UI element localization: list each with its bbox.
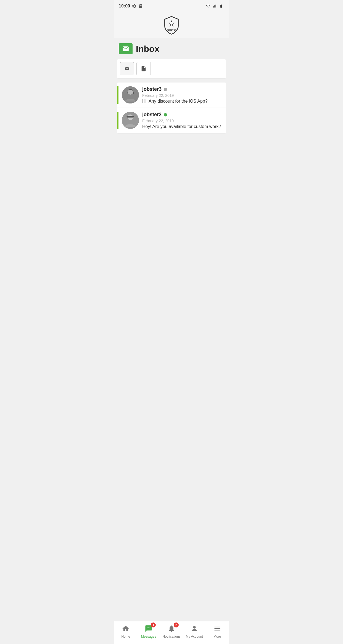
main-content: Inbox bbox=[114, 38, 229, 155]
message-header: jobster3 bbox=[142, 86, 222, 92]
message-accent-bar bbox=[117, 86, 118, 104]
file-icon bbox=[141, 65, 147, 72]
inbox-icon-wrapper bbox=[119, 43, 133, 54]
message-header: jobster2 bbox=[142, 112, 222, 118]
signal-icon bbox=[212, 4, 217, 8]
message-content: jobster3 February 22, 2019 Hi! Any disco… bbox=[142, 86, 222, 104]
svg-marker-0 bbox=[169, 21, 174, 26]
logo: JOBSTER bbox=[162, 15, 181, 35]
jobster-logo: JOBSTER bbox=[162, 15, 181, 35]
tab-messages-button[interactable] bbox=[120, 62, 134, 75]
online-status-indicator bbox=[164, 88, 167, 91]
page-title-bar: Inbox bbox=[114, 38, 229, 59]
svg-point-2 bbox=[143, 67, 144, 68]
battery-icon bbox=[218, 4, 224, 8]
status-left: 10:00 bbox=[119, 4, 143, 9]
status-bar: 10:00 bbox=[114, 0, 229, 12]
message-date: February 22, 2019 bbox=[142, 119, 222, 123]
message-list: jobster3 February 22, 2019 Hi! Any disco… bbox=[117, 83, 226, 133]
status-right-icons bbox=[205, 4, 224, 8]
sender-name: jobster2 bbox=[142, 112, 162, 118]
tab-filter bbox=[117, 59, 226, 78]
sender-name: jobster3 bbox=[142, 86, 162, 92]
envelope-icon bbox=[124, 66, 130, 71]
message-date: February 22, 2019 bbox=[142, 93, 222, 98]
status-time: 10:00 bbox=[119, 4, 130, 9]
message-item[interactable]: jobster3 February 22, 2019 Hi! Any disco… bbox=[117, 83, 226, 108]
message-content: jobster2 February 22, 2019 Hey! Are you … bbox=[142, 112, 222, 129]
sd-card-icon bbox=[138, 4, 143, 9]
message-item[interactable]: jobster2 February 22, 2019 Hey! Are you … bbox=[117, 108, 226, 133]
message-preview: Hi! Any discount for the iOS App? bbox=[142, 99, 222, 104]
header-bar: JOBSTER bbox=[114, 12, 229, 38]
tab-files-button[interactable] bbox=[136, 62, 151, 75]
svg-text:JOBSTER: JOBSTER bbox=[167, 29, 177, 31]
online-status-indicator bbox=[164, 113, 167, 116]
avatar bbox=[122, 86, 139, 103]
page-title: Inbox bbox=[136, 44, 159, 54]
message-accent-bar bbox=[117, 112, 118, 129]
svg-rect-8 bbox=[126, 116, 128, 116]
inbox-mail-icon bbox=[121, 45, 130, 52]
avatar-female-illustration bbox=[122, 86, 139, 103]
message-preview: Hey! Are you available for custom work? bbox=[142, 124, 222, 129]
avatar bbox=[122, 112, 139, 129]
avatar-male-illustration bbox=[122, 112, 139, 129]
svg-rect-7 bbox=[127, 116, 134, 117]
wifi-icon bbox=[205, 4, 211, 8]
gear-icon bbox=[132, 4, 137, 9]
